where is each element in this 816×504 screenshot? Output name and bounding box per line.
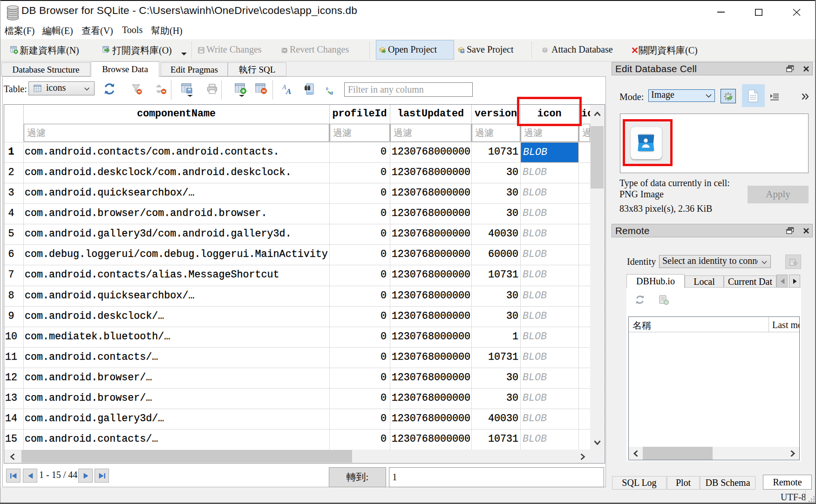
svg-text:b: b (326, 87, 328, 91)
svg-text:A: A (286, 87, 291, 95)
svg-text:a: a (330, 89, 333, 95)
